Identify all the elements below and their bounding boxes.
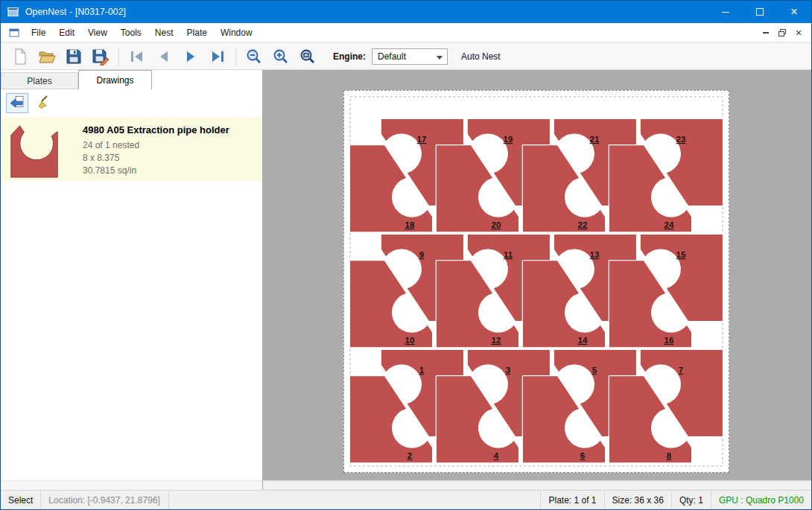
part-number: 7 [679, 366, 683, 374]
save-icon [65, 48, 83, 66]
zoom-out-icon [245, 48, 263, 66]
menu-nest[interactable]: Nest [148, 23, 180, 42]
part-number: 20 [492, 220, 501, 229]
toolbar: Engine: Default Auto Nest [1, 42, 811, 70]
maximize-button[interactable] [743, 1, 777, 23]
last-arrow-icon [209, 48, 226, 66]
panel-horizontal-scrollbar[interactable] [1, 480, 262, 490]
menu-plate[interactable]: Plate [180, 23, 214, 42]
blue-arrow-page-icon [8, 94, 26, 112]
part-number: 17 [417, 135, 427, 144]
part-number: 21 [590, 135, 600, 144]
mdi-close-button[interactable]: × [790, 25, 807, 40]
open-folder-icon [38, 48, 56, 66]
previous-plate-button[interactable] [150, 45, 177, 68]
tab-plates[interactable]: Plates [1, 72, 78, 89]
minimize-button[interactable] [708, 1, 743, 23]
nest-canvas[interactable]: 171819202122232491011121314151612345678 [263, 70, 811, 490]
engine-label: Engine: [333, 51, 366, 62]
open-button[interactable] [34, 45, 60, 68]
nested-parts-group: 171819202122232491011121314151612345678 [350, 119, 723, 462]
part-number: 11 [504, 250, 513, 259]
save-edit-button[interactable] [87, 45, 114, 68]
status-size: Size: 36 x 36 [604, 491, 671, 509]
save-edit-icon [92, 48, 110, 66]
part-number: 8 [667, 451, 672, 460]
part-number: 9 [419, 250, 424, 259]
engine-selected-value: Default [378, 51, 406, 62]
status-mode: Select [1, 491, 41, 509]
canvas-horizontal-scrollbar[interactable] [263, 480, 811, 490]
part-number: 5 [592, 366, 597, 374]
previous-arrow-icon [155, 48, 173, 66]
engine-select[interactable]: Default [372, 48, 448, 65]
main-area: Plates Drawings [1, 70, 811, 490]
drawing-area: 30.7815 sq/in [83, 165, 229, 177]
menu-window[interactable]: Window [214, 23, 259, 42]
menu-tools[interactable]: Tools [114, 23, 148, 42]
menu-view[interactable]: View [81, 23, 114, 42]
app-icon [7, 6, 19, 18]
toolbar-separator [235, 48, 236, 66]
drawing-title: 4980 A05 Extraction pipe holder [83, 124, 229, 136]
status-qty: Qty: 1 [671, 491, 711, 509]
titlebar: OpenNest - [N0317-002] × [1, 1, 811, 23]
window-title: OpenNest - [N0317-002] [25, 7, 126, 17]
mdi-minimize-button[interactable] [758, 25, 774, 40]
chevron-down-icon [437, 56, 443, 60]
toolbar-separator [118, 48, 119, 66]
drawings-toolbar [1, 90, 262, 115]
part-thumbnail [7, 123, 62, 179]
part-number: 24 [664, 220, 674, 229]
app-window: OpenNest - [N0317-002] × File Edit View … [0, 0, 812, 510]
new-file-icon [11, 48, 29, 66]
nest-drawing: 171819202122232491011121314151612345678 [344, 91, 729, 472]
status-spacer [169, 491, 540, 509]
status-plate: Plate: 1 of 1 [540, 491, 603, 509]
tab-strip: Plates Drawings [1, 70, 262, 89]
last-plate-button[interactable] [204, 45, 231, 68]
part-number: 23 [676, 135, 686, 144]
part-number: 14 [578, 336, 588, 345]
drawing-list-item[interactable]: 4980 A05 Extraction pipe holder 24 of 1 … [1, 117, 262, 181]
mdi-close-icon: × [796, 28, 802, 38]
menu-file[interactable]: File [25, 23, 52, 42]
zoom-out-button[interactable] [241, 45, 267, 68]
drawing-nested-count: 24 of 1 nested [83, 139, 229, 152]
part-number: 15 [676, 250, 686, 259]
first-arrow-icon [128, 48, 146, 66]
new-button[interactable] [7, 45, 34, 68]
part-number: 3 [506, 366, 510, 374]
next-plate-button[interactable] [177, 45, 204, 68]
close-button[interactable]: × [777, 1, 811, 23]
part-number: 16 [664, 336, 674, 345]
drawing-dimensions: 8 x 8.375 [83, 152, 229, 165]
left-panel: Plates Drawings [1, 70, 263, 490]
next-arrow-icon [182, 48, 200, 66]
menubar: File Edit View Tools Nest Plate Window × [1, 23, 811, 42]
zoom-in-button[interactable] [267, 45, 294, 68]
zoom-fit-button[interactable] [294, 45, 321, 68]
send-to-plate-button[interactable] [6, 93, 28, 113]
mdi-restore-icon [778, 28, 787, 37]
part-number: 6 [580, 451, 585, 460]
part-number: 1 [419, 366, 425, 374]
part-number: 19 [504, 135, 513, 144]
document-window-icon[interactable] [8, 27, 20, 39]
statusbar: Select Location: [-0.9437, 21.8796] Plat… [1, 490, 811, 509]
menu-edit[interactable]: Edit [52, 23, 81, 42]
maximize-icon [756, 8, 764, 16]
tab-drawings[interactable]: Drawings [78, 70, 152, 89]
part-number: 12 [492, 336, 501, 345]
close-icon: × [790, 6, 797, 18]
clear-button[interactable] [34, 93, 56, 113]
part-number: 18 [405, 220, 415, 229]
mdi-restore-button[interactable] [774, 25, 790, 40]
zoom-in-icon [272, 48, 290, 66]
mdi-minimize-icon [763, 32, 769, 34]
auto-nest-button[interactable]: Auto Nest [461, 51, 501, 62]
status-gpu: GPU : Quadro P1000 [711, 491, 811, 509]
first-plate-button[interactable] [124, 45, 150, 68]
part-number: 2 [407, 451, 412, 460]
save-button[interactable] [60, 45, 87, 68]
